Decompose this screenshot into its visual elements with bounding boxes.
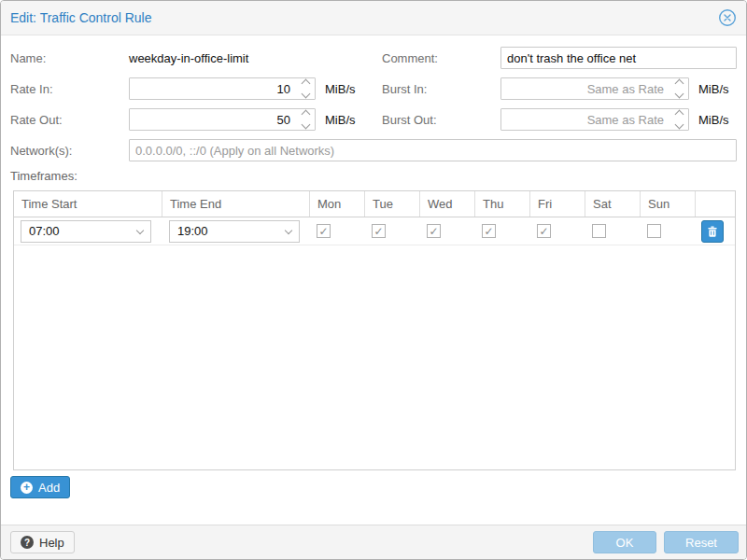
- comment-input[interactable]: [500, 47, 737, 69]
- burst-out-label: Burst Out:: [382, 113, 500, 127]
- dialog-footer: ? Help OK Reset: [1, 525, 746, 559]
- burst-in-spinner[interactable]: [669, 78, 688, 99]
- edit-traffic-control-rule-dialog: Edit: Traffic Control Rule Name: weekday…: [0, 0, 747, 560]
- help-button-label: Help: [39, 536, 64, 550]
- spin-up-icon: [301, 110, 310, 119]
- burst-in-label: Burst In:: [382, 82, 500, 96]
- time-end-cell: 19:00: [162, 220, 310, 243]
- name-field-group: Name: weekday-in-office-limit: [10, 51, 374, 65]
- spin-up-icon: [674, 79, 684, 89]
- sun-cell: [641, 224, 696, 238]
- comment-label: Comment:: [382, 51, 500, 65]
- burst-out-input[interactable]: [500, 108, 689, 131]
- fri-checkbox[interactable]: [537, 224, 551, 238]
- add-button[interactable]: + Add: [10, 476, 70, 498]
- dialog-titlebar: Edit: Traffic Control Rule: [1, 1, 746, 35]
- plus-circle-icon: +: [21, 482, 33, 494]
- mon-cell: [310, 224, 365, 238]
- spin-up-icon: [674, 110, 684, 119]
- rate-out-spinfield: [129, 108, 316, 131]
- burst-out-field-group: Burst Out: MiB/s: [382, 108, 737, 131]
- close-icon[interactable]: [718, 8, 737, 27]
- mon-checkbox[interactable]: [317, 224, 331, 238]
- column-header-time-end[interactable]: Time End: [162, 191, 310, 217]
- reset-button[interactable]: Reset: [664, 531, 739, 553]
- wed-cell: [420, 224, 475, 238]
- chevron-down-icon: [285, 226, 292, 233]
- column-header-sun[interactable]: Sun: [641, 191, 696, 217]
- rate-in-field-group: Rate In: MiB/s: [10, 77, 374, 100]
- fri-cell: [530, 224, 585, 238]
- column-header-time-start[interactable]: Time Start: [14, 191, 162, 217]
- networks-input[interactable]: [129, 139, 737, 161]
- spin-down-icon: [301, 90, 310, 99]
- spin-up-icon: [301, 79, 310, 89]
- dialog-title: Edit: Traffic Control Rule: [10, 10, 151, 25]
- rate-out-input[interactable]: [129, 108, 316, 131]
- timeframes-table-header: Time Start Time End Mon Tue Wed Thu Fri …: [14, 191, 735, 217]
- help-button[interactable]: ? Help: [10, 531, 75, 553]
- column-header-thu[interactable]: Thu: [475, 191, 530, 217]
- column-header-wed[interactable]: Wed: [420, 191, 475, 217]
- spin-down-icon: [301, 120, 310, 130]
- question-circle-icon: ?: [21, 536, 34, 549]
- networks-label: Network(s):: [10, 144, 129, 158]
- networks-field-group: Network(s):: [10, 139, 737, 161]
- spin-down-icon: [674, 120, 684, 130]
- add-button-label: Add: [38, 481, 60, 495]
- tue-cell: [365, 224, 420, 238]
- column-header-tue[interactable]: Tue: [365, 191, 420, 217]
- form-row-2: Rate In: MiB/s Burst In:: [10, 77, 737, 100]
- chevron-down-icon: [136, 226, 144, 233]
- trash-icon: [706, 225, 719, 238]
- actions-cell: [696, 220, 735, 243]
- delete-row-button[interactable]: [701, 220, 724, 243]
- name-label: Name:: [10, 51, 129, 65]
- sat-cell: [585, 224, 641, 238]
- burst-out-spinfield: [500, 108, 689, 131]
- timeframe-row: 07:00 19:00: [14, 217, 735, 245]
- column-header-sat[interactable]: Sat: [585, 191, 641, 217]
- column-header-actions: [696, 191, 735, 217]
- rate-in-spinfield: [129, 77, 316, 100]
- column-header-fri[interactable]: Fri: [530, 191, 585, 217]
- thu-checkbox[interactable]: [482, 224, 496, 238]
- rate-out-field-group: Rate Out: MiB/s: [10, 108, 374, 131]
- timeframes-label: Timeframes:: [10, 169, 737, 183]
- comment-field-group: Comment:: [382, 47, 737, 69]
- burst-in-unit: MiB/s: [698, 82, 729, 96]
- time-end-value: 19:00: [177, 224, 286, 238]
- name-value: weekday-in-office-limit: [129, 51, 248, 65]
- time-start-cell: 07:00: [14, 220, 162, 243]
- rate-out-spinner[interactable]: [296, 109, 315, 130]
- sun-checkbox[interactable]: [647, 224, 661, 238]
- time-start-combobox[interactable]: 07:00: [21, 220, 151, 243]
- form-row-1: Name: weekday-in-office-limit Comment:: [10, 47, 737, 69]
- thu-cell: [475, 224, 530, 238]
- column-header-mon[interactable]: Mon: [310, 191, 365, 217]
- wed-checkbox[interactable]: [427, 224, 441, 238]
- burst-out-unit: MiB/s: [698, 113, 729, 127]
- burst-out-spinner[interactable]: [669, 109, 688, 130]
- timeframes-table: Time Start Time End Mon Tue Wed Thu Fri …: [13, 190, 736, 470]
- spin-down-icon: [674, 90, 684, 99]
- burst-in-input[interactable]: [500, 77, 689, 100]
- rate-in-input[interactable]: [129, 77, 316, 100]
- rate-in-label: Rate In:: [10, 82, 129, 96]
- burst-in-field-group: Burst In: MiB/s: [382, 77, 737, 100]
- sat-checkbox[interactable]: [592, 224, 606, 238]
- dialog-body: Name: weekday-in-office-limit Comment: R…: [1, 35, 746, 525]
- burst-in-spinfield: [500, 77, 689, 100]
- form-row-3: Rate Out: MiB/s Burst Out:: [10, 108, 737, 131]
- rate-in-spinner[interactable]: [296, 78, 315, 99]
- tue-checkbox[interactable]: [372, 224, 386, 238]
- rate-in-unit: MiB/s: [325, 82, 356, 96]
- rate-out-label: Rate Out:: [10, 113, 129, 127]
- time-start-value: 07:00: [29, 224, 137, 238]
- ok-button[interactable]: OK: [593, 531, 656, 553]
- ok-button-label: OK: [616, 536, 634, 550]
- time-end-combobox[interactable]: 19:00: [169, 220, 300, 243]
- timeframes-table-empty-area: [14, 245, 735, 469]
- reset-button-label: Reset: [685, 536, 717, 550]
- rate-out-unit: MiB/s: [325, 113, 356, 127]
